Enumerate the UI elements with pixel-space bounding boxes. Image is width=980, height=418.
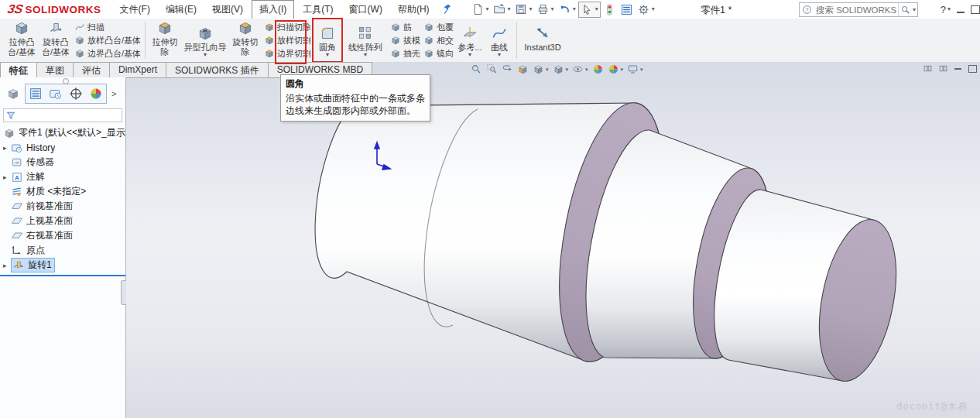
show-preview-pane-icon[interactable]: [923, 64, 932, 73]
hole-wizard-button[interactable]: 异型孔向导 ▾: [182, 22, 228, 59]
chevron-down-icon[interactable]: ▾: [498, 51, 501, 58]
menu-help[interactable]: 帮助(H): [391, 1, 437, 19]
minimize-button[interactable]: [957, 5, 965, 13]
chevron-down-icon[interactable]: ▾: [486, 6, 489, 12]
chevron-down-icon[interactable]: ▾: [529, 6, 533, 12]
featuremanager-tab[interactable]: [26, 84, 46, 103]
shell-button[interactable]: 抽壳: [390, 47, 420, 60]
tab-sketch[interactable]: 草图: [37, 62, 74, 78]
revolved-boss-button[interactable]: 旋转凸台/基体: [39, 17, 73, 63]
chevron-down-icon[interactable]: ▾: [652, 6, 655, 12]
tree-root-part[interactable]: 零件1 (默认<<默认>_显示状态: [0, 125, 125, 140]
configurationmanager-tab[interactable]: [66, 84, 86, 103]
menu-pin-icon[interactable]: [442, 3, 454, 15]
panel-grip-dot[interactable]: [63, 78, 69, 84]
chevron-down-icon[interactable]: ▾: [566, 67, 569, 72]
menu-window[interactable]: 窗口(W): [342, 1, 389, 19]
curves-button[interactable]: 曲线 ▾: [485, 22, 514, 59]
restore-button[interactable]: [971, 5, 980, 14]
doc-restore-button[interactable]: [968, 65, 977, 73]
search-input[interactable]: [814, 5, 898, 15]
expand-arrow-icon[interactable]: ▸: [3, 144, 11, 152]
tree-item-front-plane[interactable]: 前视基准面: [0, 199, 125, 214]
fillet-button[interactable]: 圆角 ▾: [313, 22, 342, 59]
view-settings-button[interactable]: ▾: [627, 63, 643, 75]
tree-item-sensors[interactable]: 传感器: [0, 155, 125, 170]
apply-scene-button[interactable]: ▾: [608, 63, 624, 75]
chevron-down-icon[interactable]: ▾: [947, 6, 951, 12]
view-orientation-button[interactable]: ▾: [533, 63, 549, 75]
section-view-button[interactable]: [517, 63, 529, 75]
wrap-button[interactable]: 包覆: [423, 21, 454, 33]
chevron-down-icon[interactable]: ▾: [468, 51, 471, 58]
chevron-down-icon[interactable]: ▾: [585, 67, 588, 72]
feature-tree-tab[interactable]: [3, 84, 23, 103]
boundary-cut-button[interactable]: 边界切割: [264, 47, 311, 60]
undo-button[interactable]: ▾: [557, 2, 577, 17]
selected-feature-highlight[interactable]: 旋转1: [11, 258, 55, 272]
extruded-boss-button[interactable]: 拉伸凸台/基体: [5, 17, 39, 63]
rebuild-button[interactable]: [601, 2, 618, 17]
expand-arrow-icon[interactable]: ▸: [3, 262, 11, 269]
hide-show-items-button[interactable]: ▾: [572, 63, 588, 75]
open-button[interactable]: ▾: [492, 2, 512, 17]
displaymanager-tab[interactable]: [86, 84, 106, 103]
menu-view[interactable]: 视图(V): [205, 1, 250, 19]
extruded-cut-button[interactable]: 拉伸切除: [148, 17, 182, 63]
menu-edit[interactable]: 编辑(E): [159, 1, 204, 19]
chevron-down-icon[interactable]: ▾: [508, 6, 511, 12]
chevron-down-icon[interactable]: ▾: [204, 51, 207, 58]
search-submit-button[interactable]: ▾: [898, 3, 917, 16]
rollback-bar[interactable]: [0, 275, 125, 276]
previous-view-button[interactable]: [502, 63, 513, 75]
menu-file[interactable]: 文件(F): [113, 1, 157, 19]
chevron-down-icon[interactable]: ▾: [551, 6, 554, 12]
new-document-button[interactable]: ▾: [470, 2, 491, 17]
save-button[interactable]: ▾: [513, 2, 534, 17]
revolved-cut-button[interactable]: 旋转切除: [228, 17, 262, 63]
graphics-viewport[interactable]: docooit@木易: [0, 62, 980, 418]
propertymanager-tab[interactable]: [46, 84, 66, 103]
revolved-shaft-model[interactable]: [0, 62, 980, 418]
select-tool-button[interactable]: ▾: [578, 2, 601, 18]
swept-cut-button[interactable]: 扫描切除: [264, 21, 311, 33]
chevron-down-icon[interactable]: ▾: [573, 6, 576, 12]
mirror-button[interactable]: 镜向: [423, 47, 454, 60]
instant3d-button[interactable]: Instant3D: [519, 22, 566, 59]
boundary-boss-button[interactable]: 边界凸台/基体: [74, 47, 141, 60]
chevron-down-icon[interactable]: ▾: [364, 51, 367, 58]
file-properties-button[interactable]: [618, 2, 635, 17]
swept-boss-button[interactable]: 扫描: [74, 21, 141, 33]
shaft-body[interactable]: [315, 94, 908, 388]
tree-item-history[interactable]: ▸ History: [0, 140, 125, 155]
menu-insert[interactable]: 插入(I): [252, 0, 294, 19]
chevron-down-icon[interactable]: ▾: [546, 67, 549, 72]
intersect-button[interactable]: 相交: [423, 34, 454, 46]
options-gear-button[interactable]: ▾: [636, 2, 656, 17]
draft-button[interactable]: 拔模: [390, 34, 420, 46]
tree-item-top-plane[interactable]: 上视基准面: [0, 214, 125, 228]
lofted-cut-button[interactable]: 放样切割: [264, 34, 311, 46]
chevron-down-icon[interactable]: ▾: [621, 67, 624, 72]
rib-button[interactable]: 筋: [390, 21, 420, 33]
chevron-down-icon[interactable]: ▾: [326, 51, 329, 58]
tree-filter-bar[interactable]: [3, 108, 122, 122]
doc-minimize-button[interactable]: [954, 68, 961, 70]
chevron-down-icon[interactable]: ▾: [913, 7, 916, 13]
tree-item-origin[interactable]: 原点: [0, 243, 125, 258]
print-button[interactable]: ▾: [535, 2, 556, 17]
lofted-boss-button[interactable]: 放样凸台/基体: [74, 34, 141, 46]
panel-splitter-handle[interactable]: [121, 280, 126, 305]
tab-evaluate[interactable]: 评估: [74, 62, 110, 78]
tab-dimxpert[interactable]: DimXpert: [110, 62, 166, 78]
help-search-box[interactable]: ▾: [799, 2, 918, 17]
chevron-down-icon[interactable]: ▾: [640, 67, 643, 72]
tree-item-revolve1[interactable]: ▸ 旋转1: [0, 258, 125, 272]
zoom-to-area-button[interactable]: [486, 63, 498, 75]
tree-item-right-plane[interactable]: 右视基准面: [0, 228, 125, 243]
menu-tools[interactable]: 工具(T): [296, 1, 340, 19]
tree-item-material[interactable]: 材质 <未指定>: [0, 184, 125, 199]
edit-appearance-button[interactable]: [592, 63, 604, 75]
chevron-down-icon[interactable]: ▾: [595, 6, 598, 12]
reference-geometry-button[interactable]: 参考... ▾: [455, 22, 485, 59]
